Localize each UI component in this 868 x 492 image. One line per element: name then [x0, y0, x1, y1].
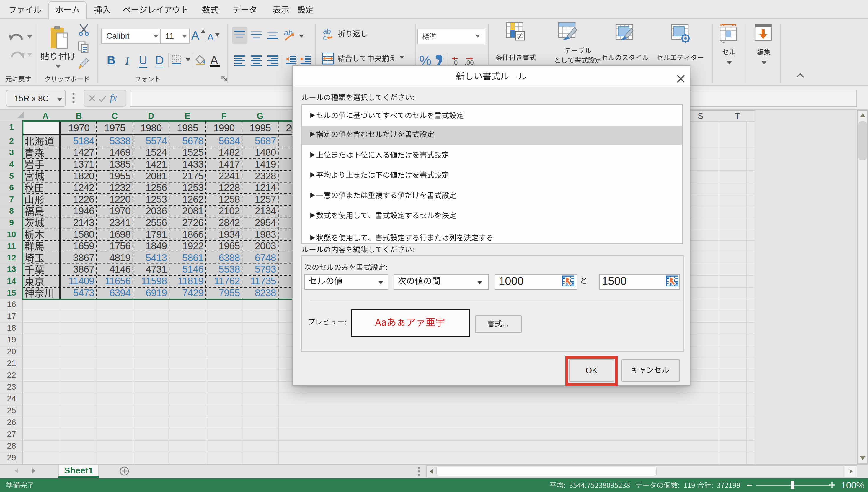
svg-text:ab: ab [284, 29, 292, 37]
svg-text:c: c [323, 34, 327, 41]
